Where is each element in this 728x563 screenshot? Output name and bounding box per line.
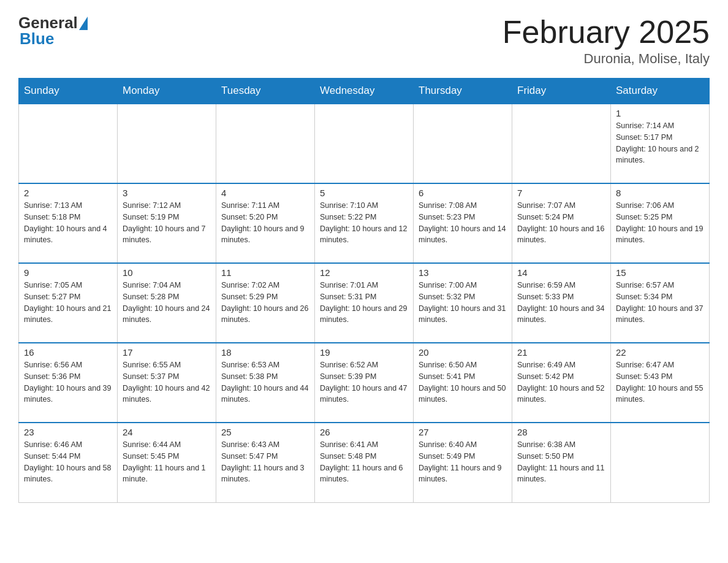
week-row-4: 16Sunrise: 6:56 AMSunset: 5:36 PMDayligh… (19, 343, 710, 423)
day-info: Sunrise: 6:41 AMSunset: 5:48 PMDaylight:… (320, 439, 408, 485)
day-number: 7 (517, 188, 605, 198)
day-number: 26 (320, 427, 408, 437)
calendar-cell: 13Sunrise: 7:00 AMSunset: 5:32 PMDayligh… (414, 263, 512, 343)
day-number: 10 (123, 267, 211, 278)
calendar-header: SundayMondayTuesdayWednesdayThursdayFrid… (19, 79, 710, 104)
day-info: Sunrise: 6:49 AMSunset: 5:42 PMDaylight:… (517, 359, 605, 405)
day-number: 14 (517, 267, 605, 278)
logo: General Blue (18, 15, 88, 48)
week-row-5: 23Sunrise: 6:46 AMSunset: 5:44 PMDayligh… (19, 423, 710, 502)
calendar-cell: 2Sunrise: 7:13 AMSunset: 5:18 PMDaylight… (19, 183, 118, 263)
day-info: Sunrise: 6:56 AMSunset: 5:36 PMDaylight:… (24, 359, 112, 405)
week-row-2: 2Sunrise: 7:13 AMSunset: 5:18 PMDaylight… (19, 183, 710, 263)
day-number: 8 (616, 188, 704, 198)
day-number: 22 (616, 347, 704, 358)
day-info: Sunrise: 7:01 AMSunset: 5:31 PMDaylight:… (320, 280, 408, 326)
day-info: Sunrise: 7:12 AMSunset: 5:19 PMDaylight:… (123, 200, 211, 246)
day-number: 15 (616, 267, 704, 278)
day-info: Sunrise: 6:44 AMSunset: 5:45 PMDaylight:… (123, 439, 211, 485)
day-number: 16 (24, 347, 112, 358)
day-info: Sunrise: 6:52 AMSunset: 5:39 PMDaylight:… (320, 359, 408, 405)
day-info: Sunrise: 7:08 AMSunset: 5:23 PMDaylight:… (419, 200, 507, 246)
calendar-cell: 4Sunrise: 7:11 AMSunset: 5:20 PMDaylight… (216, 183, 315, 263)
calendar-cell: 11Sunrise: 7:02 AMSunset: 5:29 PMDayligh… (216, 263, 315, 343)
page-header: General Blue February 2025 Duronia, Moli… (18, 15, 710, 67)
day-info: Sunrise: 6:55 AMSunset: 5:37 PMDaylight:… (123, 359, 211, 405)
day-info: Sunrise: 7:00 AMSunset: 5:32 PMDaylight:… (419, 280, 507, 326)
day-number: 5 (320, 188, 408, 198)
day-info: Sunrise: 6:53 AMSunset: 5:38 PMDaylight:… (221, 359, 309, 405)
calendar-cell (315, 104, 414, 183)
calendar-cell: 23Sunrise: 6:46 AMSunset: 5:44 PMDayligh… (19, 423, 118, 502)
title-block: February 2025 Duronia, Molise, Italy (502, 15, 710, 67)
weekday-header-wednesday: Wednesday (315, 79, 414, 104)
month-title: February 2025 (502, 15, 710, 50)
calendar-body: 1Sunrise: 7:14 AMSunset: 5:17 PMDaylight… (19, 104, 710, 502)
logo-general-text: General (18, 15, 78, 31)
logo-triangle-icon (79, 17, 88, 30)
day-info: Sunrise: 6:38 AMSunset: 5:50 PMDaylight:… (517, 439, 605, 485)
day-number: 20 (419, 347, 507, 358)
calendar-cell: 6Sunrise: 7:08 AMSunset: 5:23 PMDaylight… (414, 183, 512, 263)
day-number: 17 (123, 347, 211, 358)
day-number: 1 (616, 108, 704, 118)
day-info: Sunrise: 7:04 AMSunset: 5:28 PMDaylight:… (123, 280, 211, 326)
day-number: 19 (320, 347, 408, 358)
weekday-header-tuesday: Tuesday (216, 79, 315, 104)
calendar-cell: 25Sunrise: 6:43 AMSunset: 5:47 PMDayligh… (216, 423, 315, 502)
calendar-cell: 5Sunrise: 7:10 AMSunset: 5:22 PMDaylight… (315, 183, 414, 263)
day-info: Sunrise: 7:10 AMSunset: 5:22 PMDaylight:… (320, 200, 408, 246)
day-number: 11 (221, 267, 309, 278)
day-number: 25 (221, 427, 309, 437)
day-number: 12 (320, 267, 408, 278)
day-info: Sunrise: 7:07 AMSunset: 5:24 PMDaylight:… (517, 200, 605, 246)
day-info: Sunrise: 7:02 AMSunset: 5:29 PMDaylight:… (221, 280, 309, 326)
calendar-cell: 17Sunrise: 6:55 AMSunset: 5:37 PMDayligh… (118, 343, 216, 423)
weekday-header-row: SundayMondayTuesdayWednesdayThursdayFrid… (19, 79, 710, 104)
day-number: 21 (517, 347, 605, 358)
calendar-cell: 20Sunrise: 6:50 AMSunset: 5:41 PMDayligh… (414, 343, 512, 423)
day-info: Sunrise: 6:40 AMSunset: 5:49 PMDaylight:… (419, 439, 507, 485)
calendar-cell: 16Sunrise: 6:56 AMSunset: 5:36 PMDayligh… (19, 343, 118, 423)
location-text: Duronia, Molise, Italy (502, 51, 710, 67)
calendar-cell: 12Sunrise: 7:01 AMSunset: 5:31 PMDayligh… (315, 263, 414, 343)
day-info: Sunrise: 7:05 AMSunset: 5:27 PMDaylight:… (24, 280, 112, 326)
day-info: Sunrise: 6:57 AMSunset: 5:34 PMDaylight:… (616, 280, 704, 326)
day-info: Sunrise: 6:43 AMSunset: 5:47 PMDaylight:… (221, 439, 309, 485)
calendar-cell (512, 104, 611, 183)
calendar-cell (118, 104, 216, 183)
day-number: 4 (221, 188, 309, 198)
calendar-cell (19, 104, 118, 183)
calendar-cell: 9Sunrise: 7:05 AMSunset: 5:27 PMDaylight… (19, 263, 118, 343)
calendar-cell: 21Sunrise: 6:49 AMSunset: 5:42 PMDayligh… (512, 343, 611, 423)
weekday-header-monday: Monday (118, 79, 216, 104)
calendar-cell: 24Sunrise: 6:44 AMSunset: 5:45 PMDayligh… (118, 423, 216, 502)
weekday-header-friday: Friday (512, 79, 611, 104)
calendar-cell (414, 104, 512, 183)
day-info: Sunrise: 6:47 AMSunset: 5:43 PMDaylight:… (616, 359, 704, 405)
week-row-3: 9Sunrise: 7:05 AMSunset: 5:27 PMDaylight… (19, 263, 710, 343)
day-number: 9 (24, 267, 112, 278)
calendar-cell: 26Sunrise: 6:41 AMSunset: 5:48 PMDayligh… (315, 423, 414, 502)
calendar-cell: 10Sunrise: 7:04 AMSunset: 5:28 PMDayligh… (118, 263, 216, 343)
calendar-cell: 27Sunrise: 6:40 AMSunset: 5:49 PMDayligh… (414, 423, 512, 502)
day-number: 3 (123, 188, 211, 198)
weekday-header-saturday: Saturday (611, 79, 710, 104)
day-number: 6 (419, 188, 507, 198)
calendar-cell: 28Sunrise: 6:38 AMSunset: 5:50 PMDayligh… (512, 423, 611, 502)
calendar-cell (611, 423, 710, 502)
day-number: 18 (221, 347, 309, 358)
calendar-cell: 8Sunrise: 7:06 AMSunset: 5:25 PMDaylight… (611, 183, 710, 263)
day-info: Sunrise: 7:13 AMSunset: 5:18 PMDaylight:… (24, 200, 112, 246)
day-info: Sunrise: 6:59 AMSunset: 5:33 PMDaylight:… (517, 280, 605, 326)
day-number: 27 (419, 427, 507, 437)
day-number: 24 (123, 427, 211, 437)
calendar-cell: 3Sunrise: 7:12 AMSunset: 5:19 PMDaylight… (118, 183, 216, 263)
day-info: Sunrise: 7:06 AMSunset: 5:25 PMDaylight:… (616, 200, 704, 246)
day-info: Sunrise: 6:50 AMSunset: 5:41 PMDaylight:… (419, 359, 507, 405)
day-info: Sunrise: 7:11 AMSunset: 5:20 PMDaylight:… (221, 200, 309, 246)
calendar-table: SundayMondayTuesdayWednesdayThursdayFrid… (18, 78, 710, 503)
weekday-header-sunday: Sunday (19, 79, 118, 104)
day-info: Sunrise: 7:14 AMSunset: 5:17 PMDaylight:… (616, 120, 704, 166)
calendar-cell: 19Sunrise: 6:52 AMSunset: 5:39 PMDayligh… (315, 343, 414, 423)
